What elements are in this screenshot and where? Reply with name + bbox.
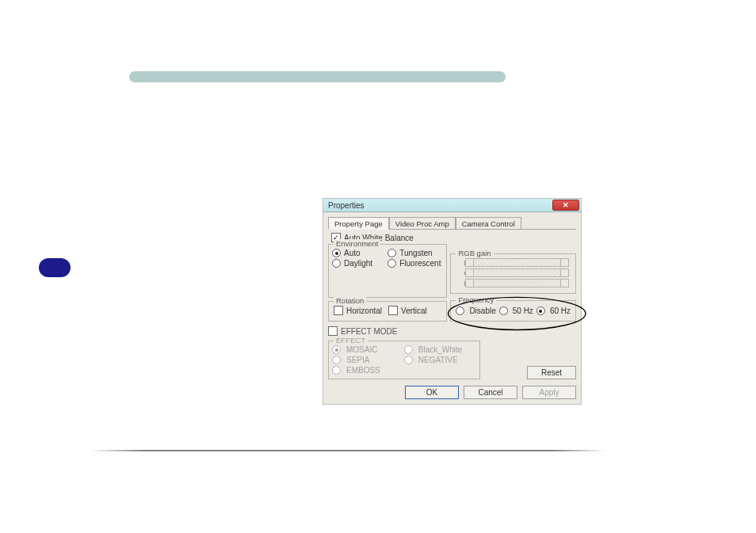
effect-group: EFFECT MOSAIC Black_White SEPIA NEGATIVE… [328,341,480,379]
radio-disable-label: Disable [469,306,495,315]
reset-button-label: Reset [541,368,562,377]
close-x: ✕ [563,201,569,209]
tabs: Property Page Video Proc Amp Camera Cont… [328,217,576,230]
tab-video-proc-amp[interactable]: Video Proc Amp [389,217,456,229]
check-vertical-label: Vertical [401,306,427,315]
dialog-buttons: OK Cancel Apply [323,383,581,404]
effect-mode-label: EFFECT MODE [341,327,397,336]
radio-daylight[interactable]: Daylight [332,259,388,268]
ok-button[interactable]: OK [405,386,459,399]
apply-button-label: Apply [539,388,559,397]
rgb-r-scroll [473,258,561,267]
radio-emboss-label: EMBOSS [346,366,380,375]
radio-emboss: EMBOSS [332,366,404,375]
radio-50hz-label: 50 Hz [513,306,533,315]
apply-button: Apply [522,386,576,399]
sidebar-blue-lozenge [39,258,71,277]
cancel-button-label: Cancel [478,388,502,397]
ok-button-label: OK [426,388,437,397]
radio-auto[interactable]: Auto [332,249,388,257]
properties-dialog: Properties ✕ Property Page Video Proc Am… [323,199,581,404]
frequency-legend: Frequency [456,295,496,304]
footer-rule [90,450,605,451]
close-icon[interactable]: ✕ [552,200,579,211]
rotation-legend: Rotation [334,296,366,305]
radio-sepia: SEPIA [332,356,404,364]
radio-60hz[interactable]: 60 Hz [536,306,571,315]
radio-disable[interactable]: Disable [456,306,495,315]
radio-fluorescent[interactable]: Fluorescent [388,259,443,268]
radio-sepia-label: SEPIA [346,356,369,364]
environment-legend: Environment [334,239,380,248]
effect-block: EFFECT MODE EFFECT MOSAIC Black_White SE… [328,326,576,379]
rgb-g-slider: G [464,268,563,277]
rgb-gain-group: RGB gain R G B [450,253,576,294]
environment-group: Environment Auto Tungsten Daylight Fluor… [328,244,447,298]
rotation-group: Rotation Horizontal Vertical [328,301,447,322]
tab-property-page[interactable]: Property Page [328,217,389,230]
rgb-r-slider: R [464,258,563,267]
radio-mosaic-label: MOSAIC [346,345,377,354]
check-vertical[interactable]: Vertical [388,306,427,315]
rgb-g-scroll [473,268,561,277]
tab-label-camera-control: Camera Control [462,219,515,228]
check-horizontal[interactable]: Horizontal [334,306,382,315]
radio-negative-label: NEGATIVE [418,356,458,364]
radio-black-white-label: Black_White [418,345,463,354]
radio-auto-label: Auto [344,249,361,257]
radio-tungsten[interactable]: Tungsten [388,249,443,257]
radio-fluorescent-label: Fluorescent [399,259,441,268]
header-teal-bar [129,71,506,82]
effect-mode-checkbox[interactable] [328,326,338,336]
radio-black-white: Black_White [404,345,476,354]
cancel-button[interactable]: Cancel [464,386,517,399]
radio-60hz-label: 60 Hz [550,306,571,315]
frequency-group: Frequency Disable 50 Hz 60 Hz [450,300,576,322]
titlebar: Properties ✕ [323,199,581,212]
tab-label-video-proc-amp: Video Proc Amp [395,219,449,228]
radio-mosaic: MOSAIC [332,345,404,354]
tab-label-property-page: Property Page [334,219,383,228]
rgb-b-scroll [473,279,561,287]
rgb-gain-legend: RGB gain [456,249,493,257]
check-horizontal-label: Horizontal [346,306,382,315]
radio-negative: NEGATIVE [404,356,476,364]
radio-50hz[interactable]: 50 Hz [499,306,533,315]
radio-daylight-label: Daylight [344,259,372,268]
reset-button[interactable]: Reset [527,366,576,379]
dialog-body: Property Page Video Proc Amp Camera Cont… [323,212,581,383]
radio-tungsten-label: Tungsten [399,249,432,257]
effect-legend: EFFECT [334,336,368,345]
dialog-title: Properties [328,201,365,210]
rgb-b-slider: B [464,279,563,287]
effect-mode-row[interactable]: EFFECT MODE [328,326,576,336]
tab-camera-control[interactable]: Camera Control [456,217,521,229]
